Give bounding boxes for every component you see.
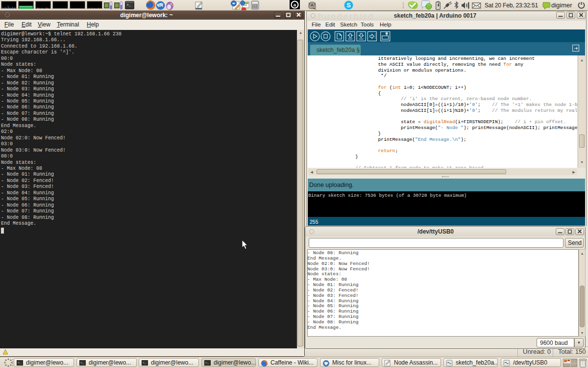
- svg-text:a: a: [294, 2, 296, 7]
- svg-text:S: S: [346, 1, 351, 9]
